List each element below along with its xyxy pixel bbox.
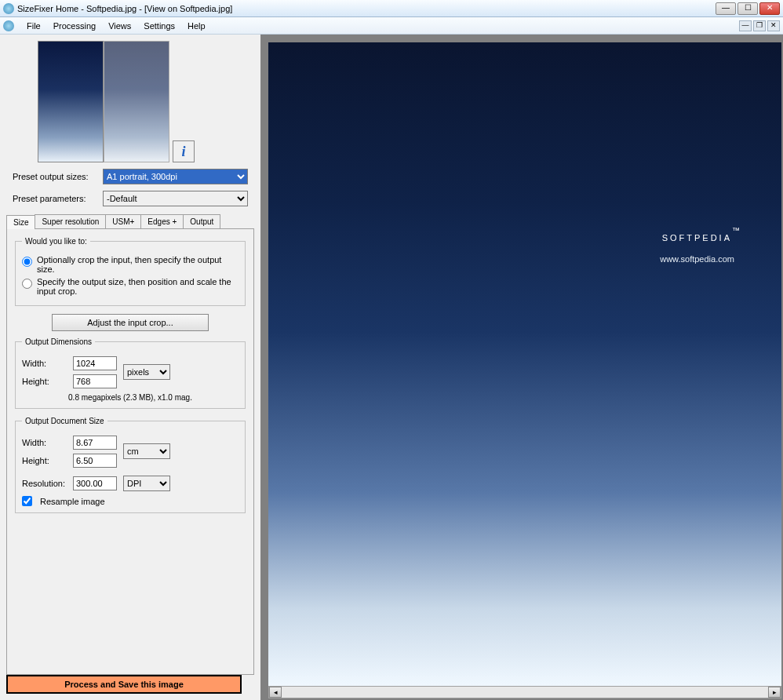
document-size-legend: Output Document Size	[22, 417, 107, 425]
resample-row: Resample image	[22, 496, 239, 506]
doc-resolution-row: Resolution: DPI	[22, 476, 239, 491]
size-first-label: Specify the output size, then position a…	[37, 277, 239, 296]
crop-first-row: Optionally crop the input, then specify …	[22, 255, 239, 274]
mdi-minimize-button[interactable]: —	[739, 20, 752, 31]
mdi-controls: — ❐ ✕	[739, 20, 780, 31]
menu-help[interactable]: Help	[181, 20, 212, 32]
crop-first-label: Optionally crop the input, then specify …	[37, 255, 239, 274]
dim-height-input[interactable]	[73, 374, 117, 388]
crop-first-radio[interactable]	[22, 257, 32, 267]
preset-output-row: Preset output sizes: A1 portrait, 300dpi	[6, 169, 254, 184]
left-panel: i Preset output sizes: A1 portrait, 300d…	[0, 35, 260, 700]
doc-unit-select[interactable]: cm	[123, 443, 170, 459]
doc-width-input[interactable]	[73, 436, 117, 450]
resample-label: Resample image	[40, 497, 105, 506]
doc-width-row: Width: cm	[22, 435, 239, 450]
dim-unit-select[interactable]: pixels	[123, 364, 170, 380]
info-button[interactable]: i	[173, 140, 195, 162]
thumbnail-original[interactable]	[38, 41, 104, 162]
output-dimensions-legend: Output Dimensions	[22, 337, 95, 346]
would-you-like-legend: Would you like to:	[22, 237, 90, 246]
mdi-close-button[interactable]: ✕	[767, 20, 780, 31]
main-area: i Preset output sizes: A1 portrait, 300d…	[0, 35, 783, 700]
would-you-like-group: Would you like to: Optionally crop the i…	[15, 237, 246, 306]
preset-params-label: Preset parameters:	[13, 194, 103, 203]
dim-width-input[interactable]	[73, 356, 117, 370]
horizontal-scrollbar[interactable]: ◂ ▸	[268, 686, 781, 698]
preview-pane: SOFTPEDIA™ www.softpedia.com ◂ ▸	[260, 35, 783, 700]
app-icon	[3, 3, 14, 14]
tab-output[interactable]: Output	[183, 214, 220, 228]
menu-processing[interactable]: Processing	[47, 20, 102, 32]
adjust-crop-button[interactable]: Adjust the input crop...	[52, 314, 209, 331]
menu-file[interactable]: File	[20, 20, 47, 32]
scroll-right-button[interactable]: ▸	[768, 687, 781, 698]
process-save-button[interactable]: Process and Save this image	[6, 675, 242, 694]
preset-output-label: Preset output sizes:	[13, 172, 103, 181]
menubar: File Processing Views Settings Help — ❐ …	[0, 17, 783, 35]
doc-height-input[interactable]	[73, 454, 117, 468]
menu-views[interactable]: Views	[102, 20, 137, 32]
doc-resolution-unit-select[interactable]: DPI	[123, 476, 170, 491]
titlebar: SizeFixer Home - Softpedia.jpg - [View o…	[0, 0, 783, 17]
tab-content: Would you like to: Optionally crop the i…	[6, 228, 254, 675]
preset-params-row: Preset parameters: -Default	[6, 191, 254, 206]
close-button[interactable]: ✕	[759, 2, 780, 15]
tab-edges[interactable]: Edges +	[140, 214, 184, 228]
thumbnail-row: i	[38, 41, 254, 162]
softpedia-logo-text: SOFTPEDIA™	[662, 223, 742, 246]
tab-size[interactable]: Size	[6, 215, 35, 229]
doc-width-label: Width:	[22, 438, 73, 447]
minimize-button[interactable]: —	[716, 2, 736, 15]
preset-output-select[interactable]: A1 portrait, 300dpi	[103, 169, 248, 184]
doc-icon	[3, 20, 14, 31]
resample-checkbox[interactable]	[22, 496, 32, 506]
scroll-track[interactable]	[282, 687, 768, 698]
doc-resolution-input[interactable]	[73, 476, 117, 490]
tab-super-resolution[interactable]: Super resolution	[35, 214, 106, 228]
scroll-left-button[interactable]: ◂	[269, 687, 282, 698]
dim-width-row: Width: pixels	[22, 355, 239, 371]
document-size-group: Output Document Size Width: cm Height: R…	[15, 417, 246, 513]
tabs: Size Super resolution USM+ Edges + Outpu…	[6, 214, 254, 228]
preview-image[interactable]: SOFTPEDIA™ www.softpedia.com	[268, 42, 781, 686]
dim-width-label: Width:	[22, 359, 73, 368]
menu-settings[interactable]: Settings	[137, 20, 181, 32]
doc-resolution-label: Resolution:	[22, 479, 73, 488]
mdi-restore-button[interactable]: ❐	[753, 20, 766, 31]
softpedia-url-text: www.softpedia.com	[660, 254, 734, 264]
size-first-row: Specify the output size, then position a…	[22, 277, 239, 296]
maximize-button[interactable]: ☐	[737, 2, 758, 15]
thumbnail-preview[interactable]	[104, 41, 169, 162]
dim-info-text: 0.8 megapixels (2.3 MB), x1.0 mag.	[22, 393, 239, 402]
tab-usm[interactable]: USM+	[105, 214, 141, 228]
size-first-radio[interactable]	[22, 279, 32, 289]
preset-params-select[interactable]: -Default	[103, 191, 248, 206]
dim-height-label: Height:	[22, 377, 73, 386]
output-dimensions-group: Output Dimensions Width: pixels Height: …	[15, 337, 246, 409]
doc-height-label: Height:	[22, 456, 73, 465]
window-controls: — ☐ ✕	[716, 2, 780, 15]
window-title: SizeFixer Home - Softpedia.jpg - [View o…	[17, 4, 716, 13]
